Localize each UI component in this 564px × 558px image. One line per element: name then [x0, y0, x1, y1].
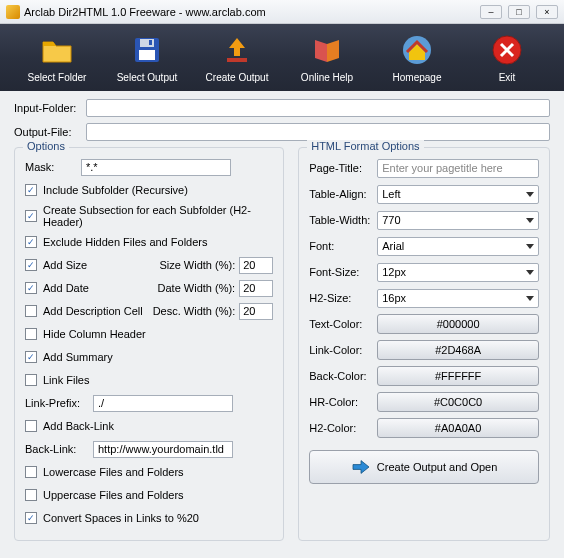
add-summary-checkbox[interactable] [25, 351, 37, 363]
date-width-label: Date Width (%): [158, 282, 236, 294]
convert-spaces-checkbox[interactable] [25, 512, 37, 524]
format-legend: HTML Format Options [307, 140, 423, 152]
toolbar-online-help[interactable]: Online Help [287, 32, 367, 83]
text-color-button[interactable]: #000000 [377, 314, 539, 334]
add-backlink-label: Add Back-Link [43, 420, 273, 432]
input-folder-field[interactable] [86, 99, 550, 117]
add-date-label: Add Date [43, 282, 158, 294]
h2-color-label: H2-Color: [309, 422, 377, 434]
exclude-hidden-checkbox[interactable] [25, 236, 37, 248]
h2-size-select[interactable]: 16px [377, 289, 539, 308]
h2-size-label: H2-Size: [309, 292, 377, 304]
add-desc-checkbox[interactable] [25, 305, 37, 317]
house-icon [399, 32, 435, 68]
toolbar-label: Exit [499, 72, 516, 83]
app-icon [6, 5, 20, 19]
table-align-select[interactable]: Left [377, 185, 539, 204]
link-prefix-input[interactable] [93, 395, 233, 412]
page-title-input[interactable]: Enter your pagetitle here [377, 159, 539, 178]
table-align-label: Table-Align: [309, 188, 377, 200]
format-group: HTML Format Options Page-Title:Enter you… [298, 147, 550, 541]
maximize-button[interactable]: □ [508, 5, 530, 19]
backlink-input[interactable] [93, 441, 233, 458]
titlebar: Arclab Dir2HTML 1.0 Freeware - www.arcla… [0, 0, 564, 24]
link-prefix-label: Link-Prefix: [25, 397, 85, 409]
minimize-button[interactable]: – [480, 5, 502, 19]
page-title-label: Page-Title: [309, 162, 377, 174]
window-title: Arclab Dir2HTML 1.0 Freeware - www.arcla… [24, 6, 266, 18]
floppy-icon [129, 32, 165, 68]
include-subfolder-checkbox[interactable] [25, 184, 37, 196]
add-size-label: Add Size [43, 259, 159, 271]
create-output-button[interactable]: Create Output and Open [309, 450, 539, 484]
main-toolbar: Select Folder Select Output Create Outpu… [0, 24, 564, 91]
folder-icon [39, 32, 75, 68]
text-color-label: Text-Color: [309, 318, 377, 330]
lowercase-checkbox[interactable] [25, 466, 37, 478]
hide-header-label: Hide Column Header [43, 328, 273, 340]
toolbar-select-folder[interactable]: Select Folder [17, 32, 97, 83]
font-select[interactable]: Arial [377, 237, 539, 256]
link-files-checkbox[interactable] [25, 374, 37, 386]
right-arrow-icon [351, 459, 371, 475]
toolbar-select-output[interactable]: Select Output [107, 32, 187, 83]
uppercase-label: Uppercase Files and Folders [43, 489, 273, 501]
size-width-label: Size Width (%): [159, 259, 235, 271]
toolbar-label: Select Folder [28, 72, 87, 83]
close-button[interactable]: × [536, 5, 558, 19]
close-icon [489, 32, 525, 68]
desc-width-input[interactable] [239, 303, 273, 320]
svg-rect-3 [149, 40, 152, 45]
create-output-label: Create Output and Open [377, 461, 497, 473]
link-files-label: Link Files [43, 374, 273, 386]
create-subsection-checkbox[interactable] [25, 210, 37, 222]
back-color-label: Back-Color: [309, 370, 377, 382]
options-legend: Options [23, 140, 69, 152]
toolbar-create-output[interactable]: Create Output [197, 32, 277, 83]
h2-color-button[interactable]: #A0A0A0 [377, 418, 539, 438]
add-size-checkbox[interactable] [25, 259, 37, 271]
table-width-select[interactable]: 770 [377, 211, 539, 230]
uppercase-checkbox[interactable] [25, 489, 37, 501]
create-subsection-label: Create Subsection for each Subfolder (H2… [43, 204, 273, 228]
exclude-hidden-label: Exclude Hidden Files and Folders [43, 236, 273, 248]
font-size-label: Font-Size: [309, 266, 377, 278]
add-desc-label: Add Description Cell [43, 305, 153, 317]
add-summary-label: Add Summary [43, 351, 273, 363]
toolbar-label: Create Output [206, 72, 269, 83]
mask-input[interactable] [81, 159, 231, 176]
link-color-button[interactable]: #2D468A [377, 340, 539, 360]
hr-color-button[interactable]: #C0C0C0 [377, 392, 539, 412]
desc-width-label: Desc. Width (%): [153, 305, 236, 317]
toolbar-label: Select Output [117, 72, 178, 83]
date-width-input[interactable] [239, 280, 273, 297]
lowercase-label: Lowercase Files and Folders [43, 466, 273, 478]
toolbar-label: Homepage [393, 72, 442, 83]
hr-color-label: HR-Color: [309, 396, 377, 408]
svg-rect-2 [139, 50, 155, 60]
add-backlink-checkbox[interactable] [25, 420, 37, 432]
input-folder-label: Input-Folder: [14, 102, 86, 114]
toolbar-label: Online Help [301, 72, 353, 83]
output-file-label: Output-File: [14, 126, 86, 138]
link-color-label: Link-Color: [309, 344, 377, 356]
output-file-field[interactable] [86, 123, 550, 141]
toolbar-exit[interactable]: Exit [467, 32, 547, 83]
add-date-checkbox[interactable] [25, 282, 37, 294]
options-group: Options Mask: Include Subfolder (Recursi… [14, 147, 284, 541]
mask-label: Mask: [25, 161, 73, 173]
hide-header-checkbox[interactable] [25, 328, 37, 340]
font-size-select[interactable]: 12px [377, 263, 539, 282]
size-width-input[interactable] [239, 257, 273, 274]
table-width-label: Table-Width: [309, 214, 377, 226]
upload-arrow-icon [219, 32, 255, 68]
book-icon [309, 32, 345, 68]
back-color-button[interactable]: #FFFFFF [377, 366, 539, 386]
convert-spaces-label: Convert Spaces in Links to %20 [43, 512, 273, 524]
font-label: Font: [309, 240, 377, 252]
backlink-label: Back-Link: [25, 443, 85, 455]
include-subfolder-label: Include Subfolder (Recursive) [43, 184, 273, 196]
toolbar-homepage[interactable]: Homepage [377, 32, 457, 83]
